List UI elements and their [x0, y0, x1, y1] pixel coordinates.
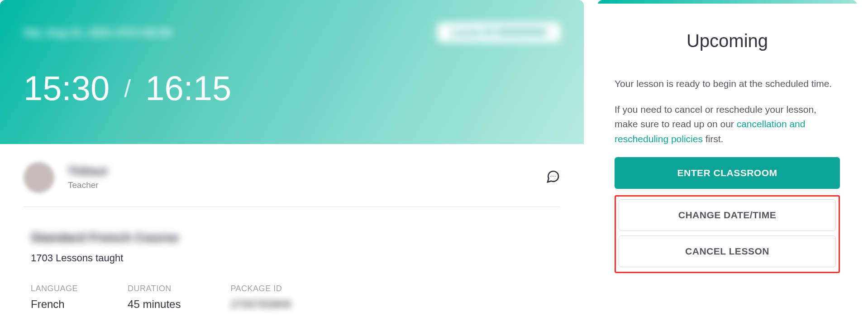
- teacher-row: Thibaut Teacher: [0, 144, 584, 207]
- teacher-role-label: Teacher: [68, 180, 107, 190]
- course-section: Standard French Course 1703 Lessons taug…: [0, 207, 584, 320]
- lesson-date: Sat, Aug 21, 2021 UTC+02:00: [24, 26, 172, 39]
- panel-text-policy: If you need to cancel or reschedule your…: [615, 102, 840, 147]
- policy-text-post: first.: [703, 134, 724, 144]
- meta-language: LANGUAGE French: [31, 284, 78, 311]
- meta-value: 45 minutes: [128, 298, 181, 311]
- course-title: Standard French Course: [31, 231, 179, 245]
- meta-value: 2700783909: [230, 298, 291, 311]
- enter-classroom-button[interactable]: ENTER CLASSROOM: [615, 157, 840, 189]
- meta-label: DURATION: [128, 284, 181, 293]
- panel-text-ready: Your lesson is ready to begin at the sch…: [615, 77, 840, 91]
- meta-duration: DURATION 45 minutes: [128, 284, 181, 311]
- panel-accent-strip: [597, 0, 857, 4]
- hero-banner: Sat, Aug 21, 2021 UTC+02:00 Lesson ID 00…: [0, 0, 584, 144]
- svg-point-2: [555, 176, 556, 177]
- avatar[interactable]: [24, 162, 54, 193]
- meta-label: PACKAGE ID: [230, 284, 291, 293]
- teacher-name: Thibaut: [68, 165, 107, 178]
- lessons-taught: 1703 Lessons taught: [31, 252, 553, 264]
- annotation-highlight: CHANGE DATE/TIME CANCEL LESSON: [615, 195, 840, 273]
- chat-icon[interactable]: [546, 169, 560, 186]
- meta-package-id: PACKAGE ID 2700783909: [230, 284, 291, 311]
- lesson-id-badge: Lesson ID 0000000000: [437, 23, 560, 42]
- meta-value: French: [31, 298, 78, 311]
- svg-point-1: [553, 176, 553, 177]
- cancel-lesson-button[interactable]: CANCEL LESSON: [619, 235, 836, 267]
- change-date-time-button[interactable]: CHANGE DATE/TIME: [619, 199, 836, 231]
- lesson-time-range: 15:30 / 16:15: [24, 68, 560, 108]
- lesson-detail-card: Sat, Aug 21, 2021 UTC+02:00 Lesson ID 00…: [0, 0, 584, 320]
- svg-point-0: [551, 176, 552, 177]
- upcoming-panel: Upcoming Your lesson is ready to begin a…: [597, 0, 857, 320]
- time-separator: /: [124, 74, 131, 102]
- panel-title: Upcoming: [615, 31, 840, 51]
- lesson-start-time: 15:30: [24, 68, 110, 108]
- lesson-end-time: 16:15: [145, 68, 231, 108]
- meta-label: LANGUAGE: [31, 284, 78, 293]
